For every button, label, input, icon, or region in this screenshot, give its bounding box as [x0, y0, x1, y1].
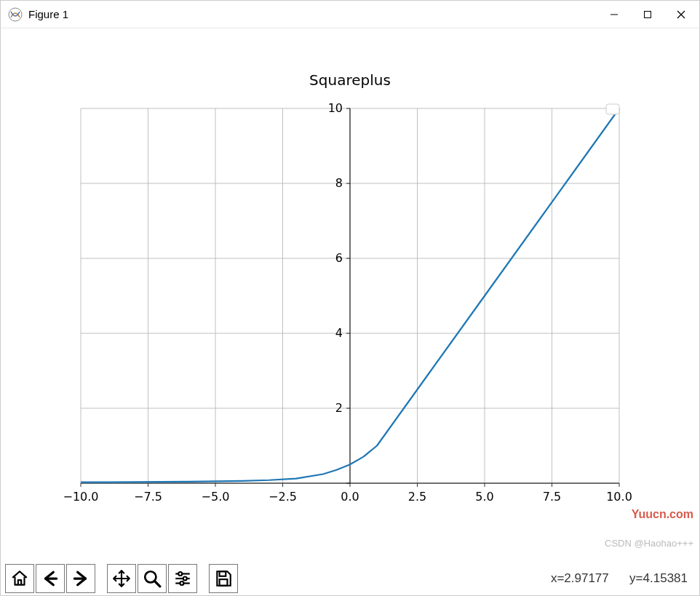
titlebar: Figure 1	[1, 1, 699, 28]
close-button[interactable]	[664, 4, 698, 25]
svg-rect-51	[606, 104, 619, 114]
svg-text:10: 10	[328, 101, 343, 115]
zoom-button[interactable]	[138, 564, 167, 593]
status-x-value: 2.97177	[564, 571, 608, 585]
figure-window: Figure 1 Squareplus−10.0−7.5−5.0−2.50.02…	[0, 0, 700, 596]
window-title: Figure 1	[28, 8, 68, 20]
svg-text:0.0: 0.0	[341, 490, 359, 504]
status-x-label: x=	[551, 571, 564, 585]
watermark-primary: Yuucn.com	[632, 508, 693, 521]
svg-text:−5.0: −5.0	[202, 490, 230, 504]
svg-text:−10.0: −10.0	[63, 490, 98, 504]
svg-point-57	[183, 577, 187, 581]
svg-text:2: 2	[335, 401, 343, 415]
save-button[interactable]	[209, 564, 238, 593]
svg-text:6: 6	[335, 251, 343, 265]
chart-title: Squareplus	[309, 71, 391, 89]
svg-text:5.0: 5.0	[475, 490, 493, 504]
svg-point-55	[178, 572, 182, 576]
pan-button[interactable]	[107, 564, 136, 593]
svg-text:4: 4	[335, 326, 343, 340]
svg-line-53	[154, 581, 160, 587]
svg-point-0	[9, 8, 22, 21]
toolbar: x=2.97177 y=4.15381	[1, 562, 699, 595]
svg-text:2.5: 2.5	[408, 490, 426, 504]
status-y-value: 4.15381	[643, 571, 688, 585]
app-icon	[8, 7, 23, 22]
plot-area[interactable]: Squareplus−10.0−7.5−5.0−2.50.02.55.07.51…	[1, 28, 699, 562]
svg-text:8: 8	[335, 176, 343, 190]
back-button[interactable]	[36, 564, 65, 593]
svg-text:7.5: 7.5	[543, 490, 561, 504]
svg-point-59	[180, 581, 183, 585]
watermark-secondary: CSDN @Haohao+++	[605, 538, 693, 549]
svg-rect-2	[645, 11, 651, 17]
svg-rect-60	[220, 571, 226, 576]
chart-canvas[interactable]: Squareplus−10.0−7.5−5.0−2.50.02.55.07.51…	[1, 28, 699, 563]
cursor-status: x=2.97177 y=4.15381	[239, 571, 695, 586]
configure-button[interactable]	[168, 564, 197, 593]
maximize-button[interactable]	[631, 4, 664, 25]
home-button[interactable]	[5, 564, 34, 593]
svg-text:10.0: 10.0	[606, 490, 632, 504]
svg-text:−7.5: −7.5	[134, 490, 162, 504]
status-y-label: y=	[629, 571, 643, 585]
minimize-button[interactable]	[597, 4, 631, 25]
forward-button[interactable]	[66, 564, 95, 593]
svg-text:−2.5: −2.5	[269, 490, 297, 504]
svg-rect-61	[220, 579, 228, 586]
